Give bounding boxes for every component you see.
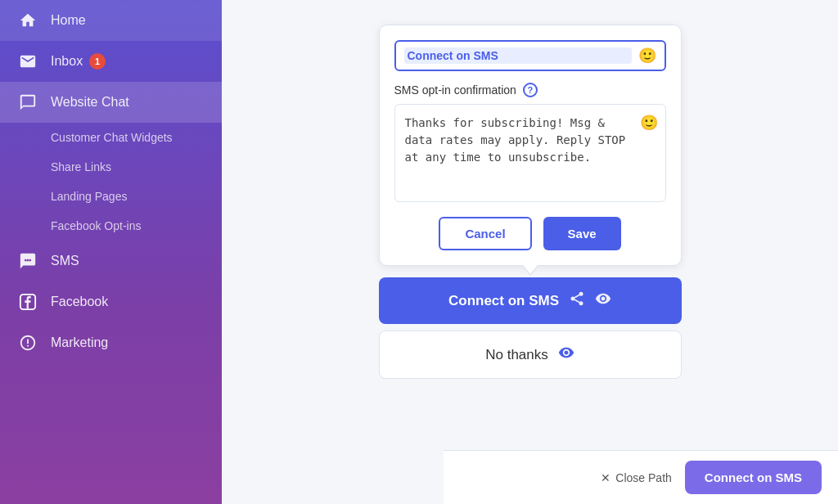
no-thanks-label: No thanks: [485, 347, 548, 363]
bottom-bar: ✕ Close Path Connect on SMS: [444, 450, 838, 504]
sms-icon: [16, 252, 39, 270]
emoji-picker-icon[interactable]: 🙂: [638, 47, 656, 65]
sidebar-item-marketing[interactable]: Marketing: [0, 322, 222, 363]
close-path-label: Close Path: [615, 471, 671, 484]
edit-card: Connect on SMS 🙂 SMS opt-in confirmation…: [379, 25, 682, 266]
website-chat-subnav: Customer Chat Widgets Share Links Landin…: [0, 123, 222, 241]
sidebar-item-inbox-label: Inbox: [51, 54, 83, 69]
help-icon[interactable]: ?: [523, 83, 538, 97]
eye-icon: [595, 290, 611, 311]
sidebar-item-sms[interactable]: SMS: [0, 241, 222, 281]
sms-opt-in-label: SMS opt-in confirmation: [394, 83, 516, 97]
textarea-emoji-icon[interactable]: 🙂: [640, 114, 658, 132]
connect-sms-bottom-button[interactable]: Connect on SMS: [685, 461, 822, 494]
sidebar-item-home-label: Home: [51, 13, 86, 28]
sidebar-item-marketing-label: Marketing: [51, 335, 108, 350]
sidebar-sub-landing-pages[interactable]: Landing Pages: [51, 182, 222, 211]
sidebar: Home Inbox 1 Website Chat Customer Chat …: [0, 0, 222, 504]
connect-sms-label: Connect on SMS: [448, 293, 559, 309]
close-icon: ✕: [601, 471, 610, 484]
no-thanks-eye-icon: [558, 344, 574, 365]
svg-point-0: [25, 259, 27, 262]
inbox-icon: [16, 52, 39, 70]
svg-point-2: [29, 259, 31, 262]
website-chat-icon: [16, 93, 39, 111]
home-icon: [16, 11, 39, 29]
button-text-value[interactable]: Connect on SMS: [404, 47, 632, 64]
sidebar-sub-customer-chat-widgets[interactable]: Customer Chat Widgets: [51, 123, 222, 152]
sidebar-item-home[interactable]: Home: [0, 0, 222, 41]
sidebar-sub-share-links[interactable]: Share Links: [51, 152, 222, 182]
action-buttons: Cancel Save: [394, 217, 666, 250]
svg-point-5: [571, 297, 575, 301]
sms-message-textarea[interactable]: Thanks for subscribing! Msg & data rates…: [394, 104, 666, 202]
connect-sms-button[interactable]: Connect on SMS: [379, 277, 682, 324]
sidebar-item-facebook-label: Facebook: [51, 295, 108, 309]
share-icon: [569, 290, 585, 311]
sidebar-sub-facebook-opt-ins[interactable]: Facebook Opt-ins: [51, 211, 222, 241]
no-thanks-button[interactable]: No thanks: [379, 331, 682, 379]
sidebar-item-sms-label: SMS: [51, 254, 79, 268]
main-content: Connect on SMS 🙂 SMS opt-in confirmation…: [222, 0, 838, 504]
sms-message-textarea-wrapper: Thanks for subscribing! Msg & data rates…: [394, 104, 666, 205]
facebook-icon: [16, 293, 39, 311]
bubble-tail: [522, 266, 538, 276]
sidebar-item-website-chat[interactable]: Website Chat: [0, 82, 222, 123]
close-path-button[interactable]: ✕ Close Path: [601, 471, 671, 484]
svg-line-7: [574, 299, 579, 302]
sms-opt-in-label-row: SMS opt-in confirmation ?: [394, 83, 666, 97]
sidebar-item-website-chat-label: Website Chat: [51, 95, 129, 110]
sidebar-item-inbox[interactable]: Inbox 1: [0, 41, 222, 82]
marketing-icon: [16, 334, 39, 352]
svg-point-1: [27, 259, 29, 262]
save-button[interactable]: Save: [543, 217, 621, 250]
cancel-button[interactable]: Cancel: [439, 217, 531, 250]
button-text-input-row: Connect on SMS 🙂: [394, 40, 666, 71]
inbox-badge: 1: [89, 53, 106, 70]
svg-line-8: [574, 295, 579, 297]
svg-point-6: [579, 301, 583, 305]
sidebar-item-facebook[interactable]: Facebook: [0, 281, 222, 322]
svg-point-4: [579, 292, 583, 296]
